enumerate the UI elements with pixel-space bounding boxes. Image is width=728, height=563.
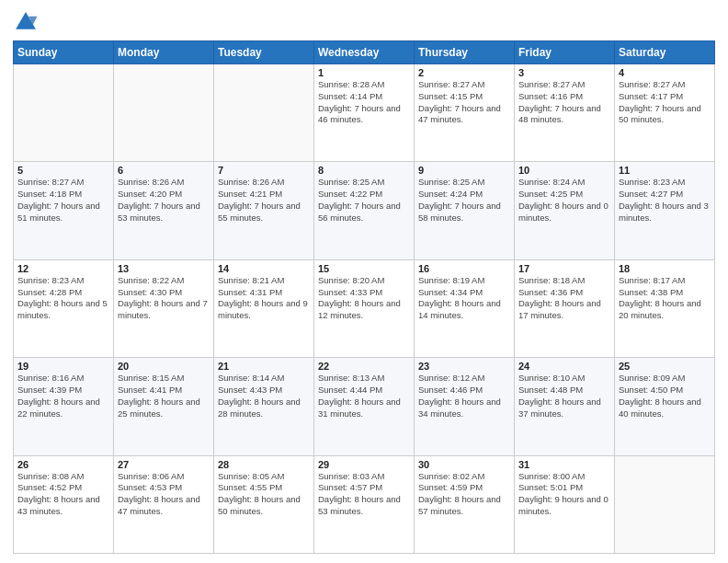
day-number: 17	[518, 263, 610, 274]
calendar-cell	[615, 455, 715, 553]
day-info: Sunrise: 8:02 AMSunset: 4:59 PMDaylight:…	[418, 471, 501, 516]
day-info: Sunrise: 8:19 AMSunset: 4:34 PMDaylight:…	[418, 275, 501, 320]
calendar-cell: 6Sunrise: 8:26 AMSunset: 4:20 PMDaylight…	[114, 162, 214, 259]
weekday-header-tuesday: Tuesday	[214, 41, 314, 64]
day-number: 5	[17, 165, 109, 176]
calendar-week-5: 26Sunrise: 8:08 AMSunset: 4:52 PMDayligh…	[14, 455, 715, 553]
day-number: 27	[118, 459, 210, 470]
calendar-week-2: 5Sunrise: 8:27 AMSunset: 4:18 PMDaylight…	[14, 162, 715, 259]
day-number: 28	[218, 459, 310, 470]
day-number: 24	[518, 361, 610, 372]
weekday-header-wednesday: Wednesday	[314, 41, 415, 64]
logo-icon	[13, 9, 39, 35]
day-number: 18	[619, 263, 711, 274]
day-number: 14	[218, 263, 310, 274]
day-number: 8	[318, 165, 410, 176]
day-info: Sunrise: 8:00 AMSunset: 5:01 PMDaylight:…	[518, 471, 609, 516]
weekday-header-thursday: Thursday	[415, 41, 515, 64]
day-number: 30	[418, 459, 510, 470]
day-info: Sunrise: 8:27 AMSunset: 4:17 PMDaylight:…	[619, 79, 701, 124]
day-info: Sunrise: 8:25 AMSunset: 4:24 PMDaylight:…	[418, 177, 501, 222]
weekday-header-friday: Friday	[515, 41, 615, 64]
day-number: 3	[518, 67, 610, 78]
day-number: 1	[318, 67, 410, 78]
day-number: 21	[218, 361, 310, 372]
day-number: 12	[17, 263, 109, 274]
page-header	[13, 9, 715, 35]
calendar-cell: 19Sunrise: 8:16 AMSunset: 4:39 PMDayligh…	[14, 358, 114, 455]
day-number: 9	[418, 165, 510, 176]
day-info: Sunrise: 8:25 AMSunset: 4:22 PMDaylight:…	[318, 177, 401, 222]
day-info: Sunrise: 8:27 AMSunset: 4:15 PMDaylight:…	[418, 79, 501, 124]
day-info: Sunrise: 8:17 AMSunset: 4:38 PMDaylight:…	[619, 275, 701, 320]
calendar-cell: 16Sunrise: 8:19 AMSunset: 4:34 PMDayligh…	[415, 259, 515, 357]
day-info: Sunrise: 8:28 AMSunset: 4:14 PMDaylight:…	[318, 79, 401, 124]
calendar-cell: 2Sunrise: 8:27 AMSunset: 4:15 PMDaylight…	[415, 64, 515, 162]
day-info: Sunrise: 8:26 AMSunset: 4:20 PMDaylight:…	[118, 177, 200, 222]
day-number: 4	[619, 67, 711, 78]
calendar-week-1: 1Sunrise: 8:28 AMSunset: 4:14 PMDaylight…	[14, 64, 715, 162]
calendar-cell: 26Sunrise: 8:08 AMSunset: 4:52 PMDayligh…	[14, 455, 114, 553]
day-info: Sunrise: 8:15 AMSunset: 4:41 PMDaylight:…	[118, 373, 200, 418]
calendar-cell: 30Sunrise: 8:02 AMSunset: 4:59 PMDayligh…	[415, 455, 515, 553]
calendar-cell: 13Sunrise: 8:22 AMSunset: 4:30 PMDayligh…	[114, 259, 214, 357]
day-info: Sunrise: 8:09 AMSunset: 4:50 PMDaylight:…	[619, 373, 701, 418]
day-info: Sunrise: 8:26 AMSunset: 4:21 PMDaylight:…	[218, 177, 301, 222]
weekday-header-sunday: Sunday	[14, 41, 114, 64]
calendar-cell: 17Sunrise: 8:18 AMSunset: 4:36 PMDayligh…	[515, 259, 615, 357]
calendar-cell	[214, 64, 314, 162]
weekday-header-saturday: Saturday	[615, 41, 715, 64]
day-info: Sunrise: 8:13 AMSunset: 4:44 PMDaylight:…	[318, 373, 401, 418]
day-info: Sunrise: 8:12 AMSunset: 4:46 PMDaylight:…	[418, 373, 501, 418]
calendar-cell: 27Sunrise: 8:06 AMSunset: 4:53 PMDayligh…	[114, 455, 214, 553]
day-info: Sunrise: 8:03 AMSunset: 4:57 PMDaylight:…	[318, 471, 401, 516]
day-number: 11	[619, 165, 711, 176]
day-number: 23	[418, 361, 510, 372]
day-info: Sunrise: 8:27 AMSunset: 4:18 PMDaylight:…	[17, 177, 100, 222]
weekday-header-row: SundayMondayTuesdayWednesdayThursdayFrid…	[14, 41, 715, 64]
calendar-cell: 12Sunrise: 8:23 AMSunset: 4:28 PMDayligh…	[14, 259, 114, 357]
day-number: 13	[118, 263, 210, 274]
calendar-cell: 18Sunrise: 8:17 AMSunset: 4:38 PMDayligh…	[615, 259, 715, 357]
calendar-cell: 10Sunrise: 8:24 AMSunset: 4:25 PMDayligh…	[515, 162, 615, 259]
day-info: Sunrise: 8:10 AMSunset: 4:48 PMDaylight:…	[518, 373, 601, 418]
day-info: Sunrise: 8:21 AMSunset: 4:31 PMDaylight:…	[218, 275, 308, 320]
calendar-week-3: 12Sunrise: 8:23 AMSunset: 4:28 PMDayligh…	[14, 259, 715, 357]
day-number: 26	[17, 459, 109, 470]
day-number: 6	[118, 165, 210, 176]
calendar-cell: 28Sunrise: 8:05 AMSunset: 4:55 PMDayligh…	[214, 455, 314, 553]
calendar-cell: 8Sunrise: 8:25 AMSunset: 4:22 PMDaylight…	[314, 162, 415, 259]
day-info: Sunrise: 8:18 AMSunset: 4:36 PMDaylight:…	[518, 275, 601, 320]
day-number: 22	[318, 361, 410, 372]
calendar-cell: 7Sunrise: 8:26 AMSunset: 4:21 PMDaylight…	[214, 162, 314, 259]
day-number: 25	[619, 361, 711, 372]
day-info: Sunrise: 8:24 AMSunset: 4:25 PMDaylight:…	[518, 177, 609, 222]
calendar-cell: 3Sunrise: 8:27 AMSunset: 4:16 PMDaylight…	[515, 64, 615, 162]
calendar-cell: 9Sunrise: 8:25 AMSunset: 4:24 PMDaylight…	[415, 162, 515, 259]
day-info: Sunrise: 8:20 AMSunset: 4:33 PMDaylight:…	[318, 275, 401, 320]
day-number: 19	[17, 361, 109, 372]
day-info: Sunrise: 8:06 AMSunset: 4:53 PMDaylight:…	[118, 471, 200, 516]
day-info: Sunrise: 8:16 AMSunset: 4:39 PMDaylight:…	[17, 373, 100, 418]
calendar-cell: 4Sunrise: 8:27 AMSunset: 4:17 PMDaylight…	[615, 64, 715, 162]
day-number: 2	[418, 67, 510, 78]
day-info: Sunrise: 8:27 AMSunset: 4:16 PMDaylight:…	[518, 79, 601, 124]
day-info: Sunrise: 8:14 AMSunset: 4:43 PMDaylight:…	[218, 373, 301, 418]
day-number: 10	[518, 165, 610, 176]
calendar-cell: 21Sunrise: 8:14 AMSunset: 4:43 PMDayligh…	[214, 358, 314, 455]
calendar-cell: 29Sunrise: 8:03 AMSunset: 4:57 PMDayligh…	[314, 455, 415, 553]
day-number: 31	[518, 459, 610, 470]
calendar-week-4: 19Sunrise: 8:16 AMSunset: 4:39 PMDayligh…	[14, 358, 715, 455]
day-info: Sunrise: 8:23 AMSunset: 4:27 PMDaylight:…	[619, 177, 709, 222]
day-info: Sunrise: 8:08 AMSunset: 4:52 PMDaylight:…	[17, 471, 100, 516]
calendar-cell	[114, 64, 214, 162]
day-info: Sunrise: 8:23 AMSunset: 4:28 PMDaylight:…	[17, 275, 108, 320]
calendar-table: SundayMondayTuesdayWednesdayThursdayFrid…	[13, 40, 715, 554]
day-number: 16	[418, 263, 510, 274]
day-info: Sunrise: 8:22 AMSunset: 4:30 PMDaylight:…	[118, 275, 208, 320]
calendar-cell: 23Sunrise: 8:12 AMSunset: 4:46 PMDayligh…	[415, 358, 515, 455]
calendar-cell: 22Sunrise: 8:13 AMSunset: 4:44 PMDayligh…	[314, 358, 415, 455]
calendar-cell: 5Sunrise: 8:27 AMSunset: 4:18 PMDaylight…	[14, 162, 114, 259]
day-info: Sunrise: 8:05 AMSunset: 4:55 PMDaylight:…	[218, 471, 301, 516]
calendar-cell: 11Sunrise: 8:23 AMSunset: 4:27 PMDayligh…	[615, 162, 715, 259]
